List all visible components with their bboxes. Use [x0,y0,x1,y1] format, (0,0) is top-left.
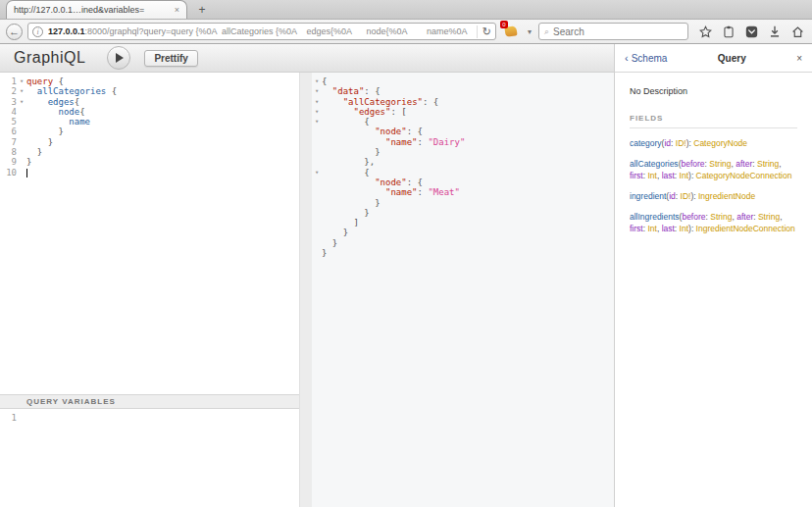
code-text: "name": "Dairy" [322,137,465,147]
code-text: { [322,168,370,177]
fold-arrow-icon[interactable]: ▾ [312,76,322,86]
new-tab-button[interactable]: + [189,2,215,19]
browser-tab[interactable]: http://127.0.0.1…ined&variables= × [6,0,187,19]
query-variables-header[interactable]: QUERY VARIABLES [0,394,299,409]
type-name[interactable]: Int [680,171,688,180]
fold-gutter [312,248,322,258]
execute-button[interactable] [107,46,130,70]
fold-gutter [312,157,322,167]
type-name[interactable]: CategoryNodeConnection [696,171,792,180]
type-name[interactable]: IngredientNode [698,191,755,201]
field-name[interactable]: category [630,138,662,148]
fold-arrow-icon[interactable]: ▾ [312,86,322,96]
url-bar[interactable]: i 127.0.0.1:8000/graphql?query=query {%0… [27,23,496,40]
clipboard-icon[interactable] [723,25,735,38]
variables-editor[interactable]: 1 [0,409,299,507]
line-number: 4 [0,107,17,117]
type-name[interactable]: IngredientNodeConnection [696,224,795,233]
code-text: "node": { [322,177,423,187]
site-info-icon[interactable]: i [32,26,43,37]
type-name[interactable]: String [757,159,779,169]
fold-gutter [17,413,26,423]
code-text: } [322,228,348,237]
doc-field-item[interactable]: ingredient(id: ID!): IngredientNode [630,190,797,202]
fold-gutter [312,208,322,218]
query-line: 7 } [0,137,299,147]
type-name[interactable]: Int [647,171,656,180]
prettify-button[interactable]: Prettify [144,50,197,67]
doc-fields-list: category(id: ID!): CategoryNodeallCatego… [630,137,797,234]
line-number: 10 [0,168,17,177]
search-input[interactable] [553,26,683,37]
result-line: "node": { [312,127,614,136]
doc-back-link[interactable]: ‹Schema [625,52,667,64]
extension-button[interactable]: 0 [501,23,521,40]
home-icon[interactable] [791,25,804,38]
bookmark-star-icon[interactable] [699,25,712,38]
fold-gutter [312,137,322,147]
field-name[interactable]: ingredient [630,191,666,201]
fold-arrow-icon[interactable]: ▾ [312,107,322,117]
back-button[interactable]: ← [6,24,23,40]
result-line: "name": "Meat" [312,187,614,197]
fold-arrow-icon[interactable]: ▾ [17,86,26,96]
code-text: edges{ [26,97,79,107]
line-number: 3 [0,97,17,107]
code-text: query { [26,76,64,86]
type-name[interactable]: Int [680,224,688,233]
fold-gutter [312,177,322,187]
doc-field-item[interactable]: allIngredients(before: String, after: St… [630,211,797,234]
arg-name: first [630,224,643,233]
result-line: } [312,208,614,218]
result-line: ▾ "edges": [ [312,107,614,117]
fold-gutter [312,218,322,228]
download-icon[interactable] [769,25,781,38]
field-name[interactable]: allIngredients [630,212,680,222]
type-name[interactable]: String [710,212,732,222]
doc-field-item[interactable]: allCategories(before: String, after: Str… [630,158,797,181]
arg-name: first [630,171,643,180]
browser-nav-bar: ← i 127.0.0.1:8000/graphql?query=query {… [0,20,812,44]
type-name[interactable]: String [709,159,731,169]
graphiql-main: GraphiQL Prettify 1▾query {2▾ allCategor… [0,44,614,507]
code-text: "node": { [322,127,423,136]
fold-arrow-icon[interactable]: ▾ [312,117,322,127]
code-text: } [322,198,381,208]
tab-close-icon[interactable]: × [175,5,179,15]
fold-arrow-icon[interactable]: ▾ [312,97,322,107]
type-name[interactable]: Int [647,224,656,233]
search-bar[interactable]: ⌕ [538,23,688,40]
extension-badge: 0 [500,21,508,28]
fold-gutter [17,147,26,157]
line-number: 8 [0,147,17,157]
fold-arrow-icon[interactable]: ▾ [312,168,322,177]
fold-gutter [312,127,322,136]
type-name[interactable]: CategoryNode [693,138,747,148]
pane-divider[interactable] [299,73,312,507]
code-text: } [322,208,370,218]
result-line: } [312,238,614,248]
doc-field-item[interactable]: category(id: ID!): CategoryNode [630,137,797,149]
query-editor-pane: 1▾query {2▾ allCategories {3▾ edges{4 no… [0,73,299,507]
doc-close-icon[interactable]: × [796,53,802,64]
fold-gutter [312,147,322,157]
type-name[interactable]: ID! [676,138,686,148]
fold-arrow-icon[interactable]: ▾ [17,76,26,86]
fold-gutter [17,168,26,177]
fold-gutter [312,187,322,197]
code-text: { [322,117,370,127]
code-text: allCategories { [26,86,117,96]
pocket-icon[interactable] [745,25,758,38]
result-line: "name": "Dairy" [312,137,614,147]
type-name[interactable]: String [758,212,780,222]
field-name[interactable]: allCategories [630,159,679,169]
result-line: } [312,228,614,237]
result-line: ▾ { [312,117,614,127]
arg-name: after [736,212,753,222]
fold-arrow-icon[interactable]: ▾ [17,97,26,107]
fold-gutter [312,198,322,208]
reload-icon[interactable]: ↻ [477,25,491,38]
chevron-down-icon[interactable]: ▾ [526,27,533,36]
query-editor[interactable]: 1▾query {2▾ allCategories {3▾ edges{4 no… [0,73,299,394]
type-name[interactable]: ID! [681,191,691,201]
